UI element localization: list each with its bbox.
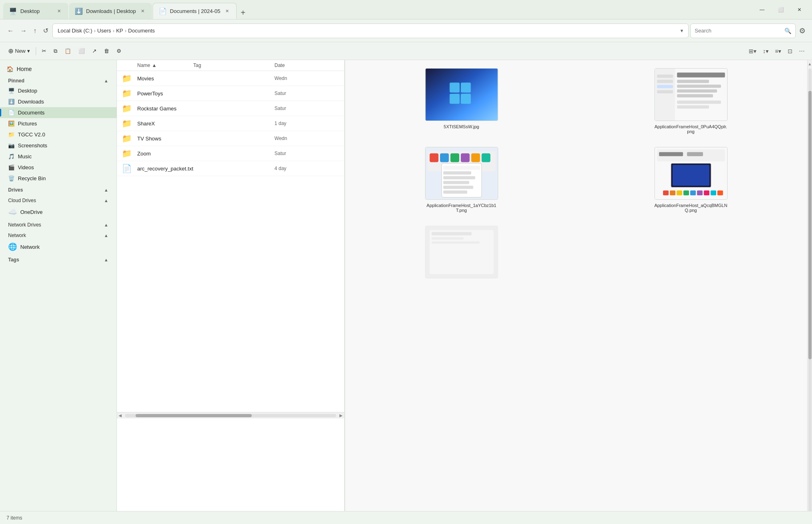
sidebar-item-tgcc[interactable]: 📁 TGCC V2.0 📌: [0, 129, 117, 140]
scroll-left-btn[interactable]: ◀: [117, 413, 123, 418]
tab-desktop[interactable]: 🖥️ Desktop ✕: [3, 3, 68, 19]
svg-rect-45: [704, 190, 709, 195]
titlebar: 🖥️ Desktop ✕ ⬇️ Downloads | Desktop ✕ 📄 …: [0, 0, 812, 19]
preview-thumb-2: [654, 68, 728, 121]
column-tag-header[interactable]: Tag: [193, 63, 274, 68]
desktop-tab-icon: 🖥️: [9, 7, 17, 15]
maximize-button[interactable]: ⬜: [771, 3, 790, 16]
preview-item-4[interactable]: ApplicationFrameHost_aQcqBMGLNQ.png: [579, 144, 802, 216]
svg-rect-2: [461, 82, 471, 93]
refresh-button[interactable]: ↺: [41, 25, 51, 36]
breadcrumb[interactable]: Local Disk (C:) › Users › KP › Documents…: [52, 24, 689, 38]
svg-rect-7: [657, 75, 673, 78]
sidebar-item-pictures[interactable]: 🖼️ Pictures 📌: [0, 118, 117, 129]
up-button[interactable]: ↑: [31, 26, 39, 36]
drives-section-header[interactable]: Drives ▲: [0, 184, 117, 194]
rename-button[interactable]: ⬜: [75, 46, 88, 56]
tags-section-header[interactable]: Tags ▲: [0, 254, 117, 264]
search-input[interactable]: [695, 28, 781, 34]
sidebar-item-network[interactable]: 🌐 Network 📌: [0, 240, 117, 254]
sidebar-item-home[interactable]: 🏠 Home: [0, 63, 117, 75]
file-row-rockstar[interactable]: 📁 Rockstar Games Satur: [117, 101, 344, 116]
drives-chevron-icon: ▲: [104, 188, 108, 192]
tab-documents[interactable]: 📄 Documents | 2024-05 ✕: [153, 3, 237, 19]
horizontal-scrollbar[interactable]: ◀ ▶: [117, 412, 344, 418]
tab-downloads-close[interactable]: ✕: [139, 8, 146, 15]
svg-rect-20: [430, 153, 438, 162]
file-row-movies[interactable]: 📁 Movies Wedn: [117, 71, 344, 86]
preview-image-1: [425, 69, 498, 121]
column-name-header[interactable]: Name ▲: [137, 63, 193, 68]
date-col-label: Date: [274, 63, 285, 68]
more-button[interactable]: ⋯: [797, 46, 807, 56]
list-view-button[interactable]: ≡▾: [773, 46, 784, 56]
svg-rect-17: [677, 106, 709, 109]
file-name-powertoys: PowerToys: [137, 91, 193, 97]
sidebar-item-music[interactable]: 🎵 Music 📌: [0, 151, 117, 162]
network-drives-section-header[interactable]: Network Drives ▲: [0, 219, 117, 229]
scrollbar-thumb[interactable]: [136, 414, 252, 417]
column-date-header[interactable]: Date: [274, 63, 339, 68]
breadcrumb-dropdown-icon[interactable]: ▾: [680, 28, 683, 34]
file-row-sharex[interactable]: 📁 ShareX 1 day: [117, 116, 344, 131]
v-scrollbar-thumb[interactable]: [808, 91, 812, 359]
copy-button[interactable]: ⧉: [50, 46, 60, 56]
close-button[interactable]: ✕: [790, 3, 809, 16]
back-button[interactable]: ←: [5, 26, 16, 36]
tab-documents-close[interactable]: ✕: [224, 8, 231, 15]
tab-documents-label: Documents | 2024-05: [170, 8, 220, 14]
sidebar-item-desktop[interactable]: 🖥️ Desktop 📌: [0, 85, 117, 96]
new-button[interactable]: ⊕ New ▾: [5, 45, 33, 56]
paste-button[interactable]: 📋: [61, 46, 74, 56]
preview-item-3[interactable]: ApplicationFrameHost_1aYCbz1b1T.png: [350, 144, 573, 216]
details-button[interactable]: ⚙: [113, 46, 125, 56]
sidebar-item-onedrive[interactable]: ☁️ OneDrive 📌: [0, 205, 117, 219]
forward-button[interactable]: →: [18, 26, 29, 36]
search-icon[interactable]: 🔍: [784, 28, 791, 34]
add-tab-button[interactable]: +: [238, 6, 249, 19]
pinned-section-header[interactable]: Pinned ▲: [0, 75, 117, 85]
sidebar-item-downloads[interactable]: ⬇️ Downloads 📌: [0, 96, 117, 107]
search-box: 🔍: [690, 24, 796, 38]
network-chevron-icon: ▲: [104, 233, 108, 238]
scroll-up-btn[interactable]: ▲: [808, 60, 812, 68]
layout-button[interactable]: ⊡: [785, 46, 795, 56]
onedrive-icon: ☁️: [8, 207, 17, 216]
file-row-arc[interactable]: 📄 arc_recovery_packet.txt 4 day: [117, 161, 344, 176]
sidebar-onedrive-label: OneDrive: [20, 209, 43, 215]
paste-icon: 📋: [65, 48, 71, 54]
cloud-drives-section-header[interactable]: Cloud Drives ▲: [0, 194, 117, 205]
sidebar-item-documents[interactable]: 📄 Documents 📌: [0, 107, 117, 118]
scroll-right-btn[interactable]: ▶: [338, 413, 344, 418]
preview-item-1[interactable]: 5XTtSEMSsW.jpg: [350, 65, 573, 137]
tab-downloads[interactable]: ⬇️ Downloads | Desktop ✕: [69, 3, 152, 19]
sort-button[interactable]: ↕▾: [760, 46, 771, 56]
vertical-scrollbar[interactable]: ▲ ▼: [807, 60, 812, 524]
tab-desktop-close[interactable]: ✕: [56, 8, 63, 15]
file-row-zoom[interactable]: 📁 Zoom Satur: [117, 146, 344, 161]
file-row-powertoys[interactable]: 📁 PowerToys Satur: [117, 86, 344, 101]
settings-button[interactable]: ⚙: [797, 25, 807, 37]
network-section-header[interactable]: Network ▲: [0, 229, 117, 240]
breadcrumb-kp[interactable]: KP: [116, 28, 123, 34]
preview-label-2: ApplicationFrameHost_0PuA4QQplr.png: [654, 124, 728, 134]
breadcrumb-documents[interactable]: Documents: [128, 28, 155, 34]
cut-button[interactable]: ✂: [39, 46, 50, 56]
sidebar-tgcc-label: TGCC V2.0: [18, 132, 45, 138]
svg-rect-44: [697, 190, 702, 195]
preview-item-2[interactable]: ApplicationFrameHost_0PuA4QQplr.png: [579, 65, 802, 137]
delete-button[interactable]: 🗑: [101, 46, 112, 56]
share-button[interactable]: ↗: [89, 46, 100, 56]
sidebar-item-videos[interactable]: 🎬 Videos 📌: [0, 162, 117, 173]
sidebar-item-recycle[interactable]: 🗑️ Recycle Bin 📌: [0, 173, 117, 184]
sidebar-item-screenshots[interactable]: 📷 Screenshots 📌: [0, 140, 117, 151]
view-options-button[interactable]: ⊞▾: [746, 46, 759, 56]
breadcrumb-local-disk[interactable]: Local Disk (C:): [58, 28, 92, 34]
file-row-tvshows[interactable]: 📁 TV Shows Wedn: [117, 131, 344, 146]
delete-icon: 🗑: [104, 48, 109, 54]
sidebar-videos-label: Videos: [18, 164, 34, 170]
minimize-button[interactable]: —: [753, 3, 771, 16]
breadcrumb-users[interactable]: Users: [97, 28, 111, 34]
preview-item-5[interactable]: [350, 222, 573, 285]
home-label: Home: [17, 66, 32, 72]
